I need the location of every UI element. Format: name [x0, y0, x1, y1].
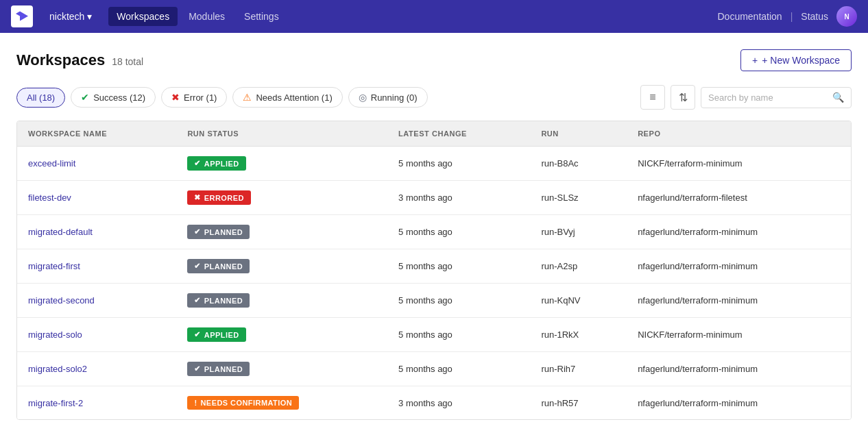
col-run-status: RUN STATUS	[176, 121, 387, 147]
page-header: Workspaces 18 total + + New Workspace	[16, 49, 852, 71]
new-workspace-button[interactable]: + + New Workspace	[740, 49, 852, 71]
cell-run: run-KqNV	[530, 284, 627, 318]
search-wrap: 🔍	[701, 87, 852, 108]
cell-run: run-hR57	[530, 386, 627, 420]
filter-all[interactable]: All (18)	[16, 88, 65, 108]
status-icon: ✔	[194, 159, 200, 168]
status-badge: ✔ PLANNED	[187, 293, 250, 308]
status-icon: ✔	[194, 364, 200, 373]
workspace-link[interactable]: migrated-solo	[28, 330, 82, 340]
nav-modules[interactable]: Modules	[180, 7, 233, 26]
cell-latest-change: 5 months ago	[387, 147, 530, 181]
navbar-right: Documentation | Status N	[717, 6, 857, 27]
cell-run-status: ✔ APPLIED	[176, 147, 387, 181]
cell-run: run-Rih7	[530, 352, 627, 386]
cell-run-status: ✔ PLANNED	[176, 215, 387, 249]
cell-latest-change: 5 months ago	[387, 318, 530, 352]
page-title-group: Workspaces 18 total	[16, 51, 143, 69]
table-row: migrated-second ✔ PLANNED 5 months ago r…	[17, 284, 851, 318]
cell-run: run-SLSz	[530, 181, 627, 215]
cell-workspace-name: migrated-solo	[17, 318, 176, 352]
cell-workspace-name: filetest-dev	[17, 181, 176, 215]
workspaces-table-wrap: WORKSPACE NAME RUN STATUS LATEST CHANGE …	[16, 121, 852, 420]
filter-attention-label: Needs Attention (1)	[256, 92, 332, 103]
status-badge: ✔ APPLIED	[187, 156, 245, 171]
status-badge: ! NEEDS CONFIRMATION	[187, 396, 299, 410]
filter-columns-button[interactable]: ≡	[640, 85, 665, 110]
col-repo: REPO	[627, 121, 851, 147]
status-icon: ✔	[194, 330, 200, 339]
org-name: nicktech	[49, 11, 84, 22]
status-badge: ✔ PLANNED	[187, 259, 250, 273]
table-row: exceed-limit ✔ APPLIED 5 months ago run-…	[17, 147, 851, 181]
cell-repo: nfagerlund/terraform-filetest	[627, 181, 851, 215]
cell-run-status: ✔ PLANNED	[176, 249, 387, 284]
filter-success[interactable]: ✔ Success (12)	[71, 87, 156, 108]
cell-latest-change: 3 months ago	[387, 181, 530, 215]
navbar: nicktech ▾ Workspaces Modules Settings D…	[0, 0, 868, 33]
workspace-link[interactable]: exceed-limit	[28, 158, 75, 169]
workspace-link[interactable]: migrate-first-2	[28, 398, 83, 408]
cell-latest-change: 5 months ago	[387, 352, 530, 386]
nav-status[interactable]: Status	[801, 11, 828, 22]
cell-repo: nfagerlund/terraform-minimum	[627, 352, 851, 386]
main-content: Workspaces 18 total + + New Workspace Al…	[0, 33, 868, 435]
nav-links: Workspaces Modules Settings	[108, 7, 287, 26]
plus-icon: +	[752, 55, 758, 66]
cell-latest-change: 5 months ago	[387, 284, 530, 318]
workspaces-table: WORKSPACE NAME RUN STATUS LATEST CHANGE …	[17, 121, 851, 419]
status-icon: ✔	[194, 296, 200, 305]
status-icon: ✔	[194, 262, 200, 271]
cell-run-status: ✔ PLANNED	[176, 284, 387, 318]
warning-icon: ⚠	[243, 92, 252, 103]
cell-latest-change: 5 months ago	[387, 215, 530, 249]
sort-icon: ⇅	[679, 91, 688, 104]
status-badge: ✖ ERRORED	[187, 190, 251, 205]
cell-latest-change: 3 months ago	[387, 386, 530, 420]
chevron-down-icon: ▾	[87, 11, 92, 22]
page-title: Workspaces	[16, 51, 105, 69]
filter-running[interactable]: ◎ Running (0)	[348, 87, 428, 108]
workspace-link[interactable]: filetest-dev	[28, 192, 71, 203]
cell-workspace-name: migrated-second	[17, 284, 176, 318]
cell-workspace-name: migrated-default	[17, 215, 176, 249]
user-avatar[interactable]: N	[836, 6, 857, 27]
running-icon: ◎	[359, 92, 367, 103]
new-workspace-label: + New Workspace	[762, 55, 840, 66]
cell-run-status: ✔ APPLIED	[176, 318, 387, 352]
table-header: WORKSPACE NAME RUN STATUS LATEST CHANGE …	[17, 121, 851, 147]
cell-repo: nfagerlund/terraform-minimum	[627, 386, 851, 420]
workspace-link[interactable]: migrated-default	[28, 227, 93, 237]
workspace-link[interactable]: migrated-second	[28, 295, 95, 306]
status-badge: ✔ APPLIED	[187, 327, 245, 342]
cell-run: run-A2sp	[530, 249, 627, 284]
org-selector[interactable]: nicktech ▾	[44, 8, 97, 25]
filter-bar: All (18) ✔ Success (12) ✖ Error (1) ⚠ Ne…	[16, 85, 852, 110]
status-icon: !	[194, 399, 197, 407]
nav-divider: |	[791, 11, 793, 22]
app-logo	[11, 5, 33, 27]
filter-error[interactable]: ✖ Error (1)	[161, 87, 227, 108]
x-circle-icon: ✖	[171, 92, 180, 103]
cell-run: run-BVyj	[530, 215, 627, 249]
check-circle-icon: ✔	[81, 92, 89, 103]
cell-workspace-name: migrated-solo2	[17, 352, 176, 386]
filter-attention[interactable]: ⚠ Needs Attention (1)	[232, 87, 342, 108]
filter-icon: ≡	[649, 91, 655, 103]
nav-documentation[interactable]: Documentation	[717, 11, 782, 22]
workspace-link[interactable]: migrated-first	[28, 261, 80, 271]
search-input[interactable]	[708, 88, 828, 108]
nav-workspaces[interactable]: Workspaces	[108, 7, 178, 26]
nav-settings[interactable]: Settings	[236, 7, 287, 26]
filter-all-label: All (18)	[27, 92, 55, 103]
col-latest-change: LATEST CHANGE	[387, 121, 530, 147]
status-badge: ✔ PLANNED	[187, 362, 250, 376]
cell-workspace-name: exceed-limit	[17, 147, 176, 181]
cell-repo: nfagerlund/terraform-minimum	[627, 284, 851, 318]
cell-run-status: ✔ PLANNED	[176, 352, 387, 386]
sort-button[interactable]: ⇅	[671, 85, 695, 110]
cell-run-status: ! NEEDS CONFIRMATION	[176, 386, 387, 420]
workspace-link[interactable]: migrated-solo2	[28, 364, 87, 374]
col-run: RUN	[530, 121, 627, 147]
filter-error-label: Error (1)	[184, 92, 217, 103]
